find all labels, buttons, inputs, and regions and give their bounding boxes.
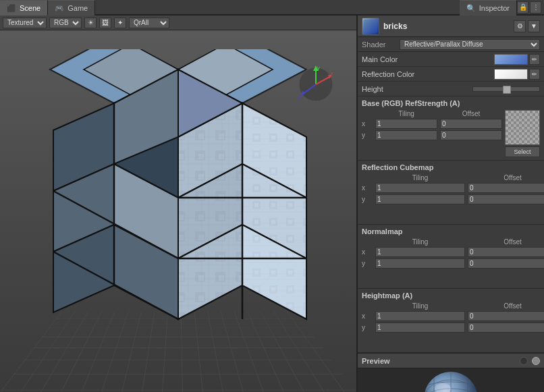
viewport-panel: Textured RGB ☀ 🖼 ✦ QrAll [0, 16, 358, 392]
gizmo-svg: y x z [296, 64, 336, 105]
cubemap-offset-header: Offset [468, 174, 544, 181]
heightmap-offset-header: Offset [468, 302, 544, 310]
base-rgb-y-row: y [362, 130, 502, 140]
base-rgb-title: Base (RGB) RefStrength (A) [362, 99, 540, 107]
preview-section: Preview [358, 353, 544, 392]
viewport-gizmo: y x z [296, 64, 336, 105]
base-rgb-content: Tiling Offset x y [362, 110, 540, 157]
base-rgb-tiling-x[interactable] [375, 119, 437, 129]
more-button[interactable]: ⋮ [530, 1, 541, 13]
base-rgb-y-label: y [362, 132, 373, 139]
material-icon [362, 18, 379, 35]
normalmap-offset-y[interactable] [468, 258, 544, 269]
main-content: Textured RGB ☀ 🖼 ✦ QrAll [0, 16, 544, 392]
normalmap-tiling-y[interactable] [375, 258, 465, 269]
heightmap-offset-y[interactable] [468, 323, 544, 333]
main-tab-bar: ⬛ Scene 🎮 Game 🔍 Inspector 🔒 ⋮ [0, 0, 544, 16]
cubemap-headers: Tiling Offset [362, 174, 544, 181]
heightmap-tiling-header: Tiling [375, 302, 465, 310]
scene-tab[interactable]: ⬛ Scene [0, 0, 48, 16]
preview-btn-2[interactable] [532, 357, 540, 365]
heightmap-props: Tiling Offset x y [362, 302, 544, 333]
game-tab-label: Game [67, 4, 88, 12]
scene-tab-icon: ⬛ [7, 4, 16, 13]
base-rgb-x-row: x [362, 119, 502, 129]
heightmap-offset-x[interactable] [468, 311, 544, 321]
reflection-color-swatch[interactable] [494, 69, 528, 80]
normalmap-x-row: x [362, 247, 544, 257]
cubemap-y-row: y [362, 194, 544, 204]
preview-btn-1[interactable] [520, 357, 528, 365]
cubemap-offset-y[interactable] [468, 194, 544, 204]
base-rgb-props: Tiling Offset x y [362, 110, 502, 140]
normalmap-offset-header: Offset [468, 238, 544, 246]
heightmap-tiling-x[interactable] [375, 311, 465, 321]
cubemap-x-row: x [362, 183, 544, 193]
heightmap-x-row: x [362, 311, 544, 321]
normalmap-y-row: y [362, 258, 544, 269]
base-rgb-thumb[interactable] [505, 110, 540, 145]
heightmap-y-row: y [362, 323, 544, 333]
scene-tab-label: Scene [20, 4, 40, 12]
reflection-cubemap-content: Tiling Offset x y [362, 174, 540, 221]
base-rgb-select-btn[interactable]: Select [505, 146, 540, 157]
image-button[interactable]: 🖼 [99, 18, 111, 28]
height-row: Height [358, 82, 544, 96]
reflection-color-row: Reflection Color ✏ [358, 67, 544, 82]
game-tab[interactable]: 🎮 Game [48, 0, 95, 16]
cubemap-offset-x[interactable] [468, 183, 544, 193]
heightmap-content: Tiling Offset x y [362, 302, 540, 349]
inspector-tab-label: Inspector [479, 4, 510, 12]
svg-text:z: z [298, 93, 301, 99]
lock-button[interactable]: 🔒 [517, 1, 528, 13]
preview-header: Preview [358, 354, 544, 368]
inspector-tab[interactable]: 🔍 Inspector [460, 0, 517, 16]
preview-content [358, 368, 544, 392]
rubiks-cube-svg [33, 49, 323, 360]
normalmap-x-label: x [362, 248, 373, 256]
shader-label: Shader [362, 40, 396, 49]
normalmap-tiling-header: Tiling [375, 238, 465, 246]
material-name: bricks [383, 22, 510, 31]
shader-row: Shader Reflective/Parallax Diffuse [358, 37, 544, 52]
sun-button[interactable]: ☀ [84, 18, 97, 28]
normalmap-offset-x[interactable] [468, 247, 544, 257]
viewport-canvas: y x z [0, 30, 356, 392]
viewport-toolbar: Textured RGB ☀ 🖼 ✦ QrAll [0, 16, 356, 30]
game-tab-icon: 🎮 [55, 4, 64, 13]
base-rgb-tiling-y[interactable] [375, 130, 437, 140]
menu-button[interactable]: ▼ [528, 20, 540, 32]
reflection-color-edit[interactable]: ✏ [529, 69, 540, 80]
svg-text:y: y [317, 65, 320, 71]
cubemap-y-label: y [362, 196, 373, 203]
normalmap-props: Tiling Offset x y [362, 238, 544, 269]
cubemap-tiling-x[interactable] [375, 183, 465, 193]
texture-mode-select[interactable]: Textured [3, 18, 47, 28]
layers-select[interactable]: QrAll [129, 18, 169, 28]
heightmap-x-label: x [362, 312, 373, 320]
reflection-color-label: Reflection Color [362, 70, 494, 78]
height-slider-thumb [503, 86, 511, 94]
cubemap-tiling-y[interactable] [375, 194, 465, 204]
svg-text:x: x [331, 70, 333, 76]
normalmap-section: Normalmap Tiling Offset x y [358, 225, 544, 289]
heightmap-tiling-y[interactable] [375, 323, 465, 333]
height-slider[interactable] [472, 86, 540, 92]
main-color-edit[interactable]: ✏ [529, 54, 540, 65]
base-rgb-headers: Tiling Offset [362, 110, 502, 117]
base-rgb-offset-x[interactable] [440, 119, 502, 129]
shader-select[interactable]: Reflective/Parallax Diffuse [400, 39, 540, 50]
inspector-actions: ⚙ ▼ [514, 20, 540, 32]
inspector-tab-icon: 🔍 [466, 4, 476, 13]
cubemap-tiling-header: Tiling [375, 174, 465, 181]
cube-scene: y x z [0, 30, 356, 392]
offset-header-label: Offset [440, 110, 502, 117]
normalmap-y-label: y [362, 260, 373, 267]
base-rgb-offset-y[interactable] [440, 130, 502, 140]
normalmap-tiling-x[interactable] [375, 247, 465, 257]
color-mode-select[interactable]: RGB [49, 18, 82, 28]
fx-button[interactable]: ✦ [114, 18, 126, 28]
main-color-swatch[interactable] [494, 54, 528, 65]
settings-button[interactable]: ⚙ [514, 20, 526, 32]
heightmap-section: Heightmap (A) Tiling Offset x y [358, 289, 544, 353]
